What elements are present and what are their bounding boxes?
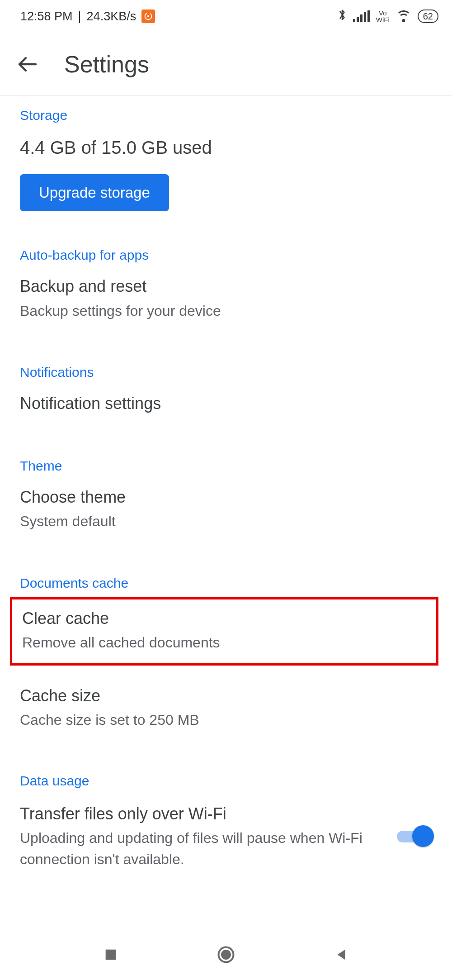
svg-point-5 [221, 950, 231, 960]
mi-app-icon [141, 10, 155, 23]
wifi-only-toggle[interactable] [397, 825, 432, 847]
settings-list[interactable]: Storage 4.4 GB of 15.0 GB used Upgrade s… [0, 96, 452, 870]
vowifi-top: Vo [376, 10, 390, 16]
triangle-left-icon [334, 947, 349, 962]
choose-theme-item[interactable]: Choose theme System default [0, 477, 452, 544]
wifi-only-item[interactable]: Transfer files only over Wi-Fi Uploading… [0, 792, 452, 870]
item-subtitle: Backup settings for your device [20, 300, 432, 321]
cache-size-item[interactable]: Cache size Cache size is set to 250 MB [0, 674, 452, 742]
status-bar: 12:58 PM | 24.3KB/s Vo WiFi 62 [0, 0, 452, 33]
section-header-autobackup: Auto-backup for apps [0, 216, 452, 266]
page-title: Settings [64, 51, 149, 78]
item-title: Cache size [20, 685, 432, 707]
status-net-speed: 24.3KB/s [87, 10, 137, 24]
item-title: Transfer files only over Wi-Fi [20, 803, 383, 825]
svg-point-1 [147, 15, 150, 18]
item-title: Clear cache [22, 608, 426, 630]
item-subtitle: Cache size is set to 250 MB [20, 709, 432, 730]
item-subtitle: Uploading and updating of files will pau… [20, 828, 383, 870]
section-header-data-usage: Data usage [0, 742, 452, 792]
back-button[interactable] [16, 52, 39, 76]
nav-home-button[interactable] [216, 945, 236, 966]
status-left: 12:58 PM | 24.3KB/s [20, 10, 155, 24]
status-divider: | [78, 10, 81, 24]
section-header-storage: Storage [0, 96, 452, 127]
switch-thumb [412, 825, 434, 847]
item-subtitle: Remove all cached documents [22, 632, 426, 653]
section-header-notifications: Notifications [0, 333, 452, 384]
vowifi-icon: Vo WiFi [376, 10, 390, 23]
item-title: Notification settings [20, 393, 432, 415]
battery-level: 62 [423, 11, 433, 22]
svg-rect-3 [106, 950, 116, 960]
item-title: Backup and reset [20, 276, 432, 298]
item-subtitle: System default [20, 511, 432, 532]
section-header-theme: Theme [0, 427, 452, 477]
notification-settings-item[interactable]: Notification settings [0, 384, 452, 427]
backup-and-reset-item[interactable]: Backup and reset Backup settings for you… [0, 266, 452, 333]
app-bar: Settings [0, 33, 452, 96]
battery-indicator: 62 [418, 10, 438, 23]
circle-icon [216, 945, 236, 965]
system-nav-bar [0, 931, 452, 980]
arrow-left-icon [17, 53, 38, 75]
section-header-documents-cache: Documents cache [0, 544, 452, 595]
storage-usage-text: 4.4 GB of 15.0 GB used [0, 127, 452, 170]
nav-recent-button[interactable] [103, 947, 118, 964]
upgrade-storage-button[interactable]: Upgrade storage [20, 174, 169, 211]
wifi-icon [396, 10, 411, 22]
clear-cache-item[interactable]: Clear cache Remove all cached documents [10, 597, 438, 666]
vowifi-bottom: WiFi [376, 16, 390, 23]
nav-back-button[interactable] [334, 947, 349, 964]
status-time: 12:58 PM [20, 10, 73, 24]
status-right: Vo WiFi 62 [338, 8, 438, 25]
cellular-signal-icon [353, 10, 370, 22]
bluetooth-icon [338, 8, 347, 25]
square-icon [103, 947, 118, 962]
item-title: Choose theme [20, 486, 432, 509]
